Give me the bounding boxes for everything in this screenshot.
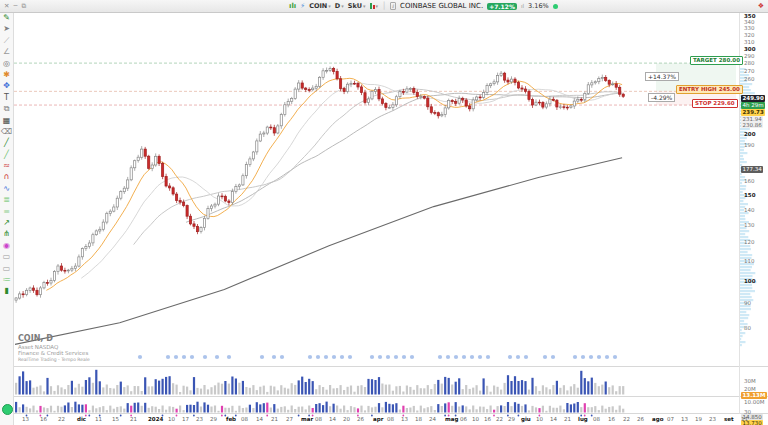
indicator-bar — [155, 407, 157, 413]
event-marker-icon[interactable] — [597, 355, 601, 359]
settings-gear-icon[interactable]: ✱ — [0, 69, 13, 80]
event-marker-icon[interactable] — [470, 355, 474, 359]
event-marker-icon[interactable] — [516, 355, 520, 359]
alert-price-badge[interactable]: 239.73 — [741, 109, 765, 116]
draw-pencil-icon[interactable]: ✎ — [0, 12, 13, 23]
mode-dropdown[interactable]: SkU ▾ — [348, 2, 366, 10]
event-marker-icon[interactable] — [402, 355, 406, 359]
price-tick: 90 — [744, 300, 751, 306]
event-marker-icon[interactable] — [378, 355, 382, 359]
brush-icon[interactable]: ▦ — [0, 115, 13, 126]
event-marker-icon[interactable] — [543, 355, 547, 359]
measure2-icon[interactable]: ▭ — [0, 263, 13, 274]
fib-levels-icon[interactable]: ≔ — [0, 274, 13, 285]
event-marker-icon[interactable] — [348, 355, 352, 359]
measure-icon[interactable]: ▭ — [0, 251, 13, 262]
candle-body — [385, 104, 387, 108]
event-marker-icon[interactable] — [174, 355, 178, 359]
move-icon[interactable]: ✥ — [0, 80, 13, 91]
indicator-bar — [53, 411, 55, 413]
fib-lines-icon[interactable]: ≣ — [0, 194, 13, 205]
event-marker-icon[interactable] — [280, 355, 284, 359]
volume-bar — [507, 375, 509, 394]
cursor-icon[interactable]: ➤ — [0, 23, 13, 34]
chart-type-dropdown[interactable]: ▾ — [370, 3, 379, 9]
segment-icon[interactable]: ╱ — [0, 149, 13, 160]
event-marker-icon[interactable] — [370, 355, 374, 359]
target-price-label[interactable]: TARGET 280.00 — [690, 56, 743, 65]
volume-bar — [221, 384, 223, 395]
volume-bar — [15, 383, 17, 395]
arc-icon[interactable]: ∩ — [0, 171, 13, 182]
copy-icon[interactable]: ⧉ — [0, 103, 13, 114]
candle-body — [57, 266, 59, 272]
trash-icon[interactable]: ⌫ — [0, 126, 13, 137]
event-marker-icon[interactable] — [190, 355, 194, 359]
event-marker-icon[interactable] — [332, 355, 336, 359]
event-marker-icon[interactable] — [227, 355, 231, 359]
event-marker-icon[interactable] — [410, 355, 414, 359]
volume-bar — [559, 388, 561, 395]
palette-icon[interactable]: ◉ — [0, 240, 13, 251]
event-marker-icon[interactable] — [524, 355, 528, 359]
event-marker-icon[interactable] — [438, 355, 442, 359]
wave-icon[interactable]: ∿ — [0, 183, 13, 194]
event-marker-icon[interactable] — [581, 355, 585, 359]
window-restore-button[interactable]: ⧉ — [21, 2, 26, 10]
event-marker-icon[interactable] — [454, 355, 458, 359]
pattern-icon[interactable]: ≈ — [0, 160, 13, 171]
indicator-bar — [305, 409, 307, 412]
event-marker-icon[interactable] — [446, 355, 450, 359]
event-marker-icon[interactable] — [589, 355, 593, 359]
price-tick: 320 — [744, 32, 755, 38]
zoom-icon[interactable]: ◎ — [0, 58, 13, 69]
event-marker-icon[interactable] — [166, 355, 170, 359]
stop-price-label[interactable]: STOP 229.60 — [692, 99, 738, 108]
date-tick-label: 18 — [415, 416, 422, 422]
arrow-tool-icon[interactable]: ↗ — [0, 217, 13, 228]
diagonal-line-icon[interactable]: ╱ — [0, 137, 13, 148]
event-marker-icon[interactable] — [260, 355, 264, 359]
event-marker-icon[interactable] — [573, 355, 577, 359]
event-marker-icon[interactable] — [462, 355, 466, 359]
axis-settings-icon[interactable]: ❖ — [758, 2, 764, 10]
window-close-button[interactable]: ✕ — [4, 2, 9, 10]
text-tool-icon[interactable]: T — [0, 92, 13, 103]
volume-bar — [249, 388, 251, 395]
event-marker-icon[interactable] — [324, 355, 328, 359]
event-marker-icon[interactable] — [478, 355, 482, 359]
event-marker-icon[interactable] — [272, 355, 276, 359]
trendline-icon[interactable]: ∠ — [0, 46, 13, 57]
event-marker-icon[interactable] — [508, 355, 512, 359]
indicator-bar — [88, 410, 90, 412]
event-marker-icon[interactable] — [605, 355, 609, 359]
pitchfork-icon[interactable]: ⋔ — [0, 228, 13, 239]
ruler-icon[interactable]: ⟋ — [0, 35, 13, 46]
event-marker-icon[interactable] — [551, 355, 555, 359]
info-icon[interactable]: ⅈ — [390, 2, 396, 10]
date-axis[interactable]: 131622dic111521202410172329feb08142127ma… — [13, 414, 768, 425]
event-marker-icon[interactable] — [486, 355, 490, 359]
levels-icon[interactable]: ≡ — [0, 206, 13, 217]
event-marker-icon[interactable] — [138, 355, 142, 359]
indicator-bar — [207, 405, 209, 413]
indicator-bar — [563, 409, 565, 412]
event-marker-icon[interactable] — [340, 355, 344, 359]
event-marker-icon[interactable] — [613, 355, 617, 359]
event-marker-icon[interactable] — [308, 355, 312, 359]
event-marker-icon[interactable] — [394, 355, 398, 359]
volume-bar — [420, 388, 422, 394]
event-marker-icon[interactable] — [316, 355, 320, 359]
bar-tool-icon[interactable]: ▮ — [0, 285, 13, 296]
symbol-dropdown[interactable]: COIN ▾ — [309, 2, 331, 10]
entry-price-label[interactable]: ENTRY HIGH 245.00 — [676, 85, 743, 94]
event-marker-icon[interactable] — [203, 355, 207, 359]
price-axis[interactable]: 249.90 4h 29m 239.73 231.94 230.86 177.3… — [740, 12, 768, 413]
indicator-bar — [441, 406, 443, 413]
event-marker-icon[interactable] — [386, 355, 390, 359]
timeframe-dropdown[interactable]: D ▾ — [335, 2, 344, 10]
event-marker-icon[interactable] — [215, 355, 219, 359]
event-marker-icon[interactable] — [182, 355, 186, 359]
window-minimize-button[interactable]: ─ — [13, 2, 17, 10]
volume-bar — [36, 387, 38, 395]
